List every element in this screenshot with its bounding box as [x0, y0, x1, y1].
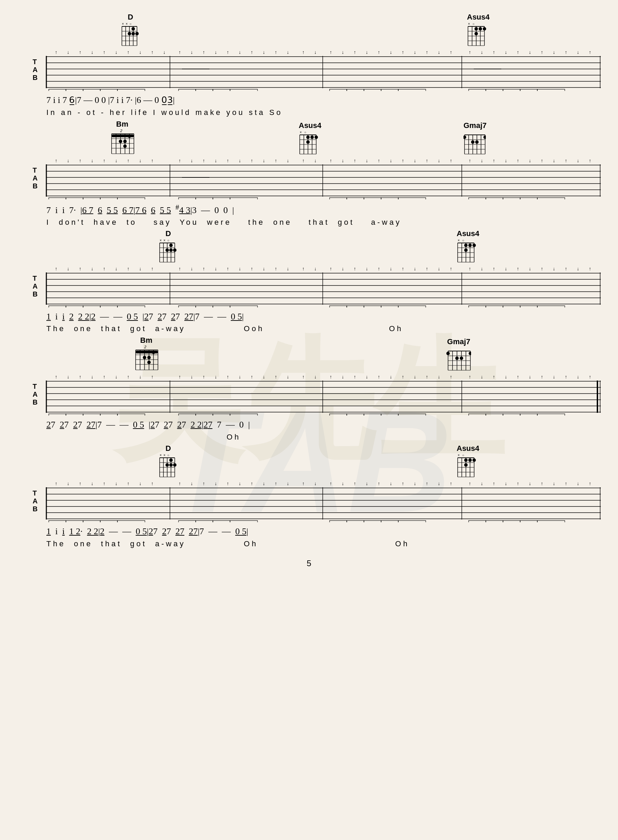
- svg-text:↑: ↑: [517, 481, 519, 486]
- svg-text:↓: ↓: [91, 49, 94, 55]
- lyrics-line-3: The one that got a-way Ooh Oh: [27, 324, 591, 333]
- svg-rect-442: [213, 414, 230, 416]
- svg-text:↓: ↓: [215, 49, 217, 55]
- chord-bm-2: Bm 2: [134, 336, 159, 371]
- svg-text:↑: ↑: [589, 158, 591, 163]
- svg-text:↑: ↑: [251, 481, 253, 486]
- svg-text:↑: ↑: [354, 49, 356, 55]
- svg-text:↑: ↑: [103, 49, 105, 55]
- svg-text:×: ×: [468, 22, 470, 26]
- svg-point-15: [132, 32, 135, 36]
- svg-text:↑: ↑: [79, 49, 82, 55]
- svg-text:↑: ↑: [178, 158, 181, 163]
- svg-text:↑: ↑: [302, 481, 305, 486]
- svg-point-469: [165, 463, 169, 467]
- svg-text:↓: ↓: [67, 266, 69, 271]
- svg-text:↑: ↑: [275, 266, 277, 271]
- svg-text:↓: ↓: [263, 481, 265, 486]
- svg-text:↑: ↑: [55, 49, 57, 55]
- svg-rect-233: [486, 198, 503, 199]
- section-2: Bm 2: [27, 120, 591, 227]
- svg-text:↓: ↓: [239, 374, 241, 379]
- svg-rect-102: [347, 89, 364, 91]
- svg-text:T: T: [33, 58, 37, 65]
- svg-text:↓: ↓: [529, 374, 531, 379]
- svg-text:B: B: [33, 505, 37, 513]
- svg-text:↓: ↓: [263, 374, 265, 379]
- svg-point-29: [474, 27, 478, 31]
- svg-text:○: ○: [167, 239, 169, 242]
- svg-text:↑: ↑: [151, 481, 153, 486]
- tab-staff-3: T A B ↑ ↓ ↑ ↓ ↑ ↓ ↑ ↓ ↑ ↑ ↓ ↑ ↓: [27, 263, 604, 307]
- svg-rect-334: [213, 306, 230, 307]
- svg-rect-444: [330, 414, 347, 416]
- svg-text:↑: ↑: [127, 49, 129, 55]
- svg-text:↑: ↑: [275, 481, 277, 486]
- svg-text:↓: ↓: [67, 49, 69, 55]
- svg-rect-235: [520, 198, 537, 199]
- svg-text:↑: ↑: [426, 158, 428, 163]
- svg-point-360: [147, 356, 151, 359]
- svg-point-359: [143, 356, 146, 359]
- svg-rect-560: [486, 520, 503, 522]
- svg-point-487: [464, 463, 468, 467]
- svg-text:↑: ↑: [517, 49, 519, 55]
- svg-text:↓: ↓: [505, 49, 507, 55]
- svg-text:↓: ↓: [481, 374, 483, 379]
- svg-text:↓: ↓: [342, 266, 344, 271]
- chord-bm-1: Bm 2: [110, 120, 135, 155]
- svg-text:T: T: [33, 166, 37, 174]
- svg-text:↓: ↓: [365, 266, 368, 271]
- svg-text:↓: ↓: [414, 266, 416, 271]
- svg-text:○: ○: [472, 22, 474, 26]
- svg-text:↓: ↓: [190, 49, 193, 55]
- svg-text:↓: ↓: [414, 158, 416, 163]
- svg-rect-435: [49, 414, 66, 416]
- svg-text:↓: ↓: [505, 266, 507, 271]
- chord-asus4-3-diagram: × ○: [457, 238, 479, 263]
- svg-text:↓: ↓: [481, 49, 483, 55]
- svg-text:↑: ↑: [565, 266, 567, 271]
- svg-text:↑: ↑: [202, 49, 205, 55]
- chord-d-1-name: D: [120, 13, 141, 22]
- svg-point-470: [169, 463, 173, 467]
- svg-text:↑: ↑: [127, 374, 129, 379]
- svg-rect-335: [230, 306, 257, 307]
- svg-text:○: ○: [462, 453, 464, 457]
- svg-text:↑: ↑: [103, 158, 105, 163]
- svg-text:↓: ↓: [239, 266, 241, 271]
- svg-text:↑: ↑: [402, 374, 404, 379]
- svg-text:○: ○: [462, 239, 464, 242]
- svg-rect-545: [49, 520, 66, 522]
- svg-text:↓: ↓: [115, 158, 117, 163]
- svg-rect-231: [398, 198, 426, 199]
- svg-text:↑: ↑: [378, 481, 380, 486]
- svg-text:×: ×: [300, 130, 302, 134]
- svg-text:↓: ↓: [163, 49, 165, 55]
- svg-rect-452: [520, 414, 537, 416]
- svg-text:↑: ↑: [103, 266, 105, 271]
- svg-text:↑: ↑: [493, 374, 495, 379]
- svg-text:↓: ↓: [91, 158, 94, 163]
- svg-rect-220: [100, 198, 117, 199]
- svg-rect-92: [66, 89, 83, 91]
- svg-text:×: ×: [163, 453, 165, 457]
- section-3: D × × ○: [27, 230, 591, 333]
- svg-text:↓: ↓: [342, 49, 344, 55]
- svg-rect-550: [178, 520, 196, 522]
- svg-text:↑: ↑: [227, 49, 229, 55]
- svg-text:↓: ↓: [414, 49, 416, 55]
- lyrics-line-2: I don't have to say You were the one tha…: [27, 218, 591, 227]
- svg-text:↓: ↓: [314, 158, 316, 163]
- svg-point-362: [147, 361, 151, 364]
- svg-rect-446: [364, 414, 381, 416]
- svg-text:↑: ↑: [378, 49, 380, 55]
- svg-text:↑: ↑: [402, 158, 404, 163]
- svg-text:A: A: [33, 174, 37, 182]
- svg-text:↓: ↓: [390, 374, 392, 379]
- svg-text:↓: ↓: [67, 374, 69, 379]
- svg-text:↓: ↓: [529, 49, 531, 55]
- svg-text:↑: ↑: [450, 266, 452, 271]
- tab-staff-4: T A B ↑ ↓ ↑ ↓ ↑ ↓ ↑ ↓ ↑ ↑ ↓ ↑ ↓: [27, 371, 604, 416]
- svg-rect-445: [347, 414, 364, 416]
